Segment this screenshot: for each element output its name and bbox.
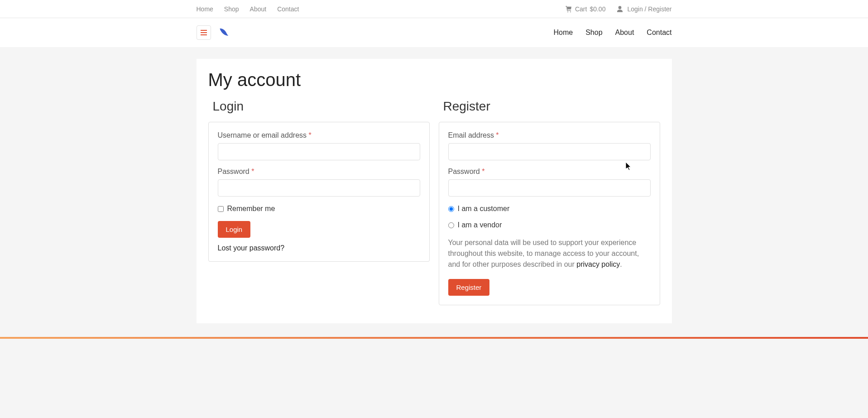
- login-register-text: Login / Register: [627, 5, 671, 13]
- lost-password-link[interactable]: Lost your password?: [218, 244, 420, 252]
- required-asterisk: *: [496, 131, 499, 139]
- cart-icon: [565, 5, 572, 13]
- header-left: [197, 25, 231, 40]
- top-nav-home[interactable]: Home: [197, 5, 213, 13]
- login-register-link[interactable]: Login / Register: [616, 5, 671, 13]
- remember-me-checkbox[interactable]: [218, 206, 224, 212]
- login-password-row: Password *: [218, 168, 420, 197]
- cart-label: Cart: [575, 5, 587, 13]
- page-title: My account: [208, 70, 660, 90]
- account-columns: Login Username or email address * Passwo…: [208, 99, 660, 305]
- hamburger-icon: [201, 30, 207, 35]
- main-header: Home Shop About Contact: [0, 18, 868, 47]
- customer-radio-row: I am a customer: [448, 205, 651, 213]
- privacy-policy-text: Your personal data will be used to suppo…: [448, 237, 651, 270]
- login-username-input[interactable]: [218, 143, 420, 160]
- register-password-input[interactable]: [448, 179, 651, 197]
- register-email-row: Email address *: [448, 131, 651, 160]
- top-bar: Home Shop About Contact Cart $0.00 Login…: [0, 0, 868, 18]
- login-form-box: Username or email address * Password * R…: [208, 122, 430, 262]
- remember-me-label: Remember me: [227, 205, 275, 213]
- register-password-label: Password *: [448, 168, 651, 176]
- required-asterisk: *: [482, 168, 484, 175]
- vendor-radio-row: I am a vendor: [448, 221, 651, 229]
- main-nav-about[interactable]: About: [615, 29, 634, 37]
- register-email-label: Email address *: [448, 131, 651, 139]
- top-right-area: Cart $0.00 Login / Register: [565, 5, 672, 13]
- top-bar-inner: Home Shop About Contact Cart $0.00 Login…: [197, 5, 672, 13]
- required-asterisk: *: [308, 131, 311, 139]
- cart-link[interactable]: Cart $0.00: [565, 5, 606, 13]
- customer-radio[interactable]: [448, 206, 454, 212]
- register-form-box: Email address * Password * I am a custom…: [439, 122, 660, 305]
- main-nav-shop[interactable]: Shop: [585, 29, 602, 37]
- page-content: My account Login Username or email addre…: [197, 59, 672, 323]
- login-username-label-text: Username or email address: [218, 131, 309, 139]
- user-icon: [616, 5, 623, 13]
- register-column: Register Email address * Password * I: [439, 99, 660, 305]
- login-heading: Login: [208, 99, 430, 114]
- vendor-radio[interactable]: [448, 222, 454, 228]
- top-nav-about[interactable]: About: [250, 5, 267, 13]
- footer-gradient-bar: [0, 337, 868, 339]
- required-asterisk: *: [251, 168, 254, 175]
- customer-radio-label: I am a customer: [458, 205, 510, 213]
- main-header-inner: Home Shop About Contact: [197, 25, 672, 40]
- top-nav-shop[interactable]: Shop: [224, 5, 239, 13]
- privacy-text-part2: .: [620, 260, 622, 268]
- register-email-label-text: Email address: [448, 131, 496, 139]
- main-nav-home[interactable]: Home: [553, 29, 573, 37]
- site-logo[interactable]: [217, 26, 231, 39]
- register-heading: Register: [439, 99, 660, 114]
- login-password-label-text: Password: [218, 168, 252, 175]
- main-navigation: Home Shop About Contact: [553, 29, 671, 37]
- privacy-policy-link[interactable]: privacy policy: [576, 260, 620, 268]
- top-nav-contact[interactable]: Contact: [277, 5, 299, 13]
- login-password-label: Password *: [218, 168, 420, 176]
- main-nav-contact[interactable]: Contact: [647, 29, 671, 37]
- remember-me-row: Remember me: [218, 205, 420, 213]
- register-button[interactable]: Register: [448, 279, 490, 296]
- vendor-radio-label: I am a vendor: [458, 221, 502, 229]
- login-button[interactable]: Login: [218, 221, 251, 238]
- register-email-input[interactable]: [448, 143, 651, 160]
- top-navigation: Home Shop About Contact: [197, 5, 299, 13]
- login-username-row: Username or email address *: [218, 131, 420, 160]
- login-column: Login Username or email address * Passwo…: [208, 99, 430, 305]
- register-password-row: Password *: [448, 168, 651, 197]
- hamburger-menu-button[interactable]: [197, 25, 211, 40]
- login-username-label: Username or email address *: [218, 131, 420, 139]
- register-password-label-text: Password: [448, 168, 482, 175]
- bird-logo-icon: [218, 26, 230, 39]
- cart-price: $0.00: [590, 5, 605, 13]
- login-password-input[interactable]: [218, 179, 420, 197]
